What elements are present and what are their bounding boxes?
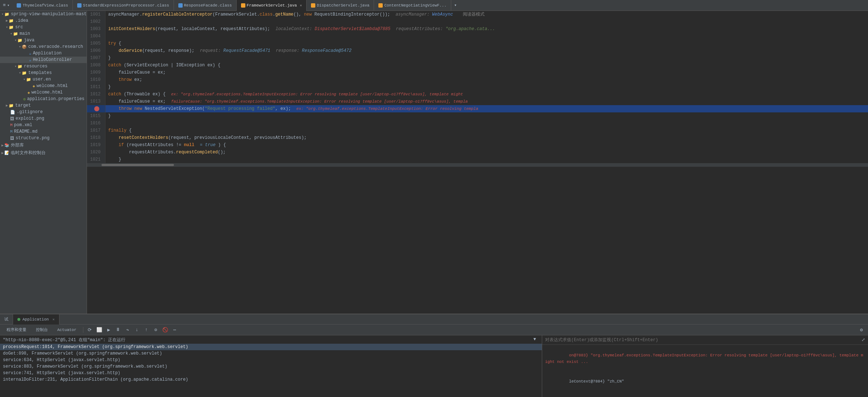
- stack-frame-0[interactable]: processRequest:1014, FrameworkServlet (o…: [0, 344, 542, 350]
- sidebar-root[interactable]: ▾ 📁 spring-view-manipulation-master [ja: [0, 11, 87, 17]
- sidebar-item-src[interactable]: ▾ 📁 src: [0, 24, 87, 30]
- java-file-icon: [178, 3, 183, 8]
- html-icon: ◈: [28, 90, 30, 95]
- libs-icon: 📚: [4, 143, 9, 148]
- sidebar-label: 临时文件和控制台: [11, 150, 46, 156]
- pause-button[interactable]: ⏸: [115, 326, 122, 334]
- sidebar-item-welcome-html-1[interactable]: ◈ welcome.html: [0, 83, 87, 89]
- stack-frame-label: service:634, HttpServlet (javax.servlet.…: [3, 357, 120, 363]
- sidebar-item-welcome-html-2[interactable]: ◈ welcome.html: [0, 89, 87, 96]
- more-options-button[interactable]: ⋯: [171, 326, 178, 334]
- stack-frame-4[interactable]: service:741, HttpServlet (javax.servlet.…: [0, 370, 542, 376]
- stop-button[interactable]: ⬜: [96, 326, 103, 334]
- expand-icon[interactable]: ⤢: [861, 337, 865, 343]
- step-out-button[interactable]: ↑: [143, 326, 150, 334]
- run-to-cursor-button[interactable]: ⊙: [152, 326, 159, 334]
- sidebar-item-external-libs[interactable]: ▶ 📚 外部库: [0, 141, 87, 149]
- tab-overflow-button[interactable]: ▾: [451, 3, 460, 8]
- code-text: failureCause = ex;: [105, 69, 868, 76]
- sidebar-item-exploit-png[interactable]: 🖼 exploit.png: [0, 115, 87, 122]
- stack-frame-1[interactable]: doGet:898, FrameworkServlet (org.springf…: [0, 350, 542, 357]
- sidebar-item-readme[interactable]: M README.md: [0, 128, 87, 135]
- expand-arrow-icon: ▶: [6, 103, 8, 108]
- project-icon: 📁: [4, 12, 9, 17]
- line-number: 1011: [87, 83, 105, 91]
- sidebar-item-hellocontroller[interactable]: ☕ HelloController: [0, 57, 87, 63]
- sidebar-item-app-properties[interactable]: ⚙ application.properties: [0, 96, 87, 102]
- code-table: 1001 asyncManager.registerCallableInterc…: [87, 11, 868, 163]
- code-line-1014: throw new NestedServletException("Reques…: [87, 105, 868, 112]
- tab-dispatcherservlet[interactable]: DispatcherServlet.java: [307, 0, 374, 11]
- eval-input[interactable]: [545, 338, 860, 343]
- debug-stack-panel: "http-nio-8080-exec-2"@5,241 在组"main": 正…: [0, 335, 542, 397]
- sidebar-item-java[interactable]: ▾ 📁 java: [0, 37, 87, 44]
- sidebar-item-resources[interactable]: ▾ 📁 resources: [0, 63, 87, 70]
- tab-responsefacade[interactable]: ResponseFacade.class: [174, 0, 237, 11]
- line-number: 1017: [87, 127, 105, 134]
- stack-frame-2[interactable]: service:634, HttpServlet (javax.servlet.…: [0, 357, 542, 363]
- stack-frame-label: doGet:898, FrameworkServlet (org.springf…: [3, 351, 162, 356]
- sidebar-item-gitignore[interactable]: 📄 .gitignore: [0, 109, 87, 115]
- code-line-1017: 1017 finally {: [87, 127, 868, 134]
- stack-frame-3[interactable]: service:883, FrameworkServlet (org.sprin…: [0, 363, 542, 370]
- sidebar-item-package[interactable]: ▾ 📦 com.veracode.research: [0, 44, 87, 50]
- folder-icon: 📁: [22, 71, 27, 75]
- sidebar-item-structure-png[interactable]: 🖼 structure.png: [0, 135, 87, 141]
- eval-console-panel: ⤢ on@7883} "org.thymeleaf.exceptions.Tem…: [542, 335, 868, 397]
- expand-arrow-icon: ▶: [1, 143, 4, 148]
- restore-layout-button[interactable]: ⟳: [86, 326, 94, 334]
- eval-bar: ⤢: [542, 335, 868, 345]
- step-over-button[interactable]: ↷: [124, 326, 131, 334]
- filter-icon[interactable]: ▼: [533, 337, 536, 342]
- horizontal-scrollbar[interactable]: [87, 163, 868, 167]
- sidebar-item-target[interactable]: ▶ 📁 target: [0, 102, 87, 109]
- project-menu[interactable]: ≡ ▾: [0, 3, 12, 8]
- thread-info-text: "http-nio-8080-exec-2"@5,241 在组"main": 正…: [3, 338, 125, 343]
- sidebar-item-idea[interactable]: ▶ 📁 .idea: [0, 17, 87, 24]
- folder-icon: 📁: [9, 18, 14, 23]
- tab-contentnegotiating[interactable]: ContentNegotiatingViewF...: [374, 0, 451, 11]
- html-icon: ◈: [33, 84, 35, 88]
- code-text: throw new NestedServletException("Reques…: [105, 105, 868, 112]
- code-line-1003: 1003 initContextHolders(request, localeC…: [87, 25, 868, 33]
- code-line-1020: 1020 requestAttributes.requestCompleted(…: [87, 149, 868, 156]
- sidebar-label: README.md: [14, 129, 38, 134]
- tab-standardexpressionpreprocessor[interactable]: StandardExpressionPreprocessor.class: [73, 0, 174, 11]
- stack-frame-5[interactable]: internalDoFilter:231, ApplicationFilterC…: [0, 376, 542, 383]
- sidebar-item-pom-xml[interactable]: M pom.xml: [0, 122, 87, 128]
- sidebar-item-templates[interactable]: ▾ 📁 templates: [0, 70, 87, 76]
- run-tab-test[interactable]: 试: [0, 314, 13, 324]
- step-into-button[interactable]: ↓: [133, 326, 141, 334]
- line-number: 1004: [87, 33, 105, 40]
- mute-breakpoints-button[interactable]: 🚫: [162, 326, 169, 334]
- sidebar-item-user-en[interactable]: ▾ 📁 user.en: [0, 76, 87, 83]
- tab-variables[interactable]: 程序和变量: [3, 326, 30, 333]
- sidebar-item-main[interactable]: ▾ 📁 main: [0, 30, 87, 37]
- package-icon: 📦: [22, 45, 27, 49]
- sidebar-item-scratch[interactable]: ▶ 📝 临时文件和控制台: [0, 149, 87, 157]
- code-text: catch (ServletException | IOException ex…: [105, 62, 868, 69]
- tab-actuator[interactable]: Actuator: [54, 327, 80, 333]
- sidebar-item-application[interactable]: ☕ Application: [0, 50, 87, 57]
- code-text: resetContextHolders(request, previousLoc…: [105, 134, 868, 141]
- code-text: finally {: [105, 127, 868, 134]
- running-indicator: [17, 318, 20, 321]
- settings-button[interactable]: ⚙: [858, 326, 865, 334]
- tab-close-button[interactable]: ✕: [300, 3, 302, 8]
- resume-button[interactable]: ▶: [105, 326, 112, 334]
- sidebar-label: resources: [24, 64, 47, 69]
- run-tab-bar: 试 Application ✕: [0, 314, 868, 324]
- tab-frameworkservlet[interactable]: FrameworkServlet.java ✕: [237, 0, 307, 11]
- run-tab-application[interactable]: Application ✕: [13, 314, 59, 324]
- code-text: requestAttributes.requestCompleted();: [105, 149, 868, 156]
- line-number: 1010: [87, 76, 105, 83]
- tab-close-icon[interactable]: ✕: [53, 317, 55, 322]
- expand-arrow-icon: ▾: [10, 32, 12, 36]
- code-scroll-area[interactable]: 1001 asyncManager.registerCallableInterc…: [87, 11, 868, 314]
- file-icon: 📄: [10, 110, 15, 115]
- code-line-1010: 1010 throw ex;: [87, 76, 868, 83]
- scrollbar-thumb[interactable]: [101, 164, 174, 166]
- tab-thymeleafview[interactable]: ThymeleafView.class: [12, 0, 72, 11]
- tab-console[interactable]: 控制台: [32, 326, 51, 333]
- sidebar-label: templates: [28, 70, 52, 75]
